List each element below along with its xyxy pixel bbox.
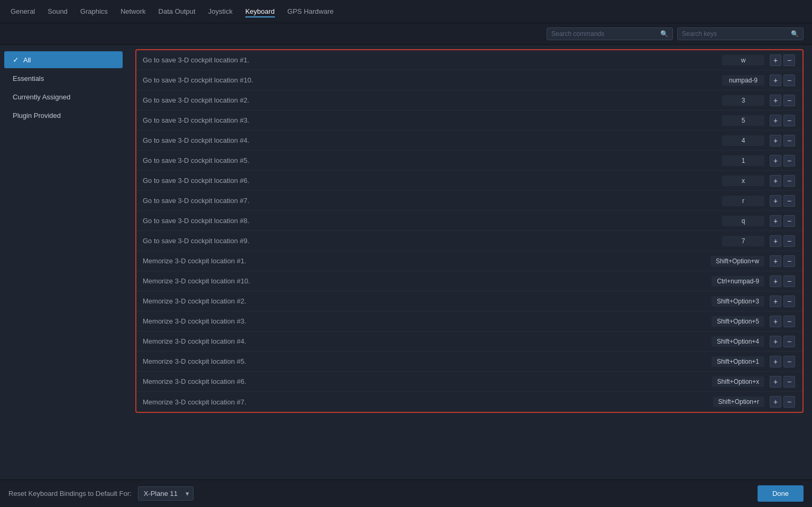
command-label: Go to save 3-D cockpit location #8. [143, 217, 722, 225]
command-label: Go to save 3-D cockpit location #6. [143, 177, 722, 185]
done-button[interactable]: Done [758, 485, 804, 502]
command-label: Memorize 3-D cockpit location #10. [143, 277, 712, 285]
remove-binding-button[interactable]: − [783, 356, 795, 367]
command-label: Memorize 3-D cockpit location #4. [143, 337, 712, 345]
add-binding-button[interactable]: + [770, 275, 781, 287]
remove-binding-button[interactable]: − [783, 255, 795, 267]
sidebar-item-label: Plugin Provided [13, 112, 61, 119]
add-binding-button[interactable]: + [770, 75, 781, 86]
add-binding-button[interactable]: + [770, 396, 781, 408]
add-binding-button[interactable]: + [770, 95, 781, 106]
nav-item-keyboard[interactable]: Keyboard [245, 5, 275, 17]
sidebar-item-currently-assigned[interactable]: Currently Assigned [4, 89, 123, 105]
table-row: Go to save 3-D cockpit location #3.5+− [136, 110, 802, 131]
table-row: Memorize 3-D cockpit location #7.Shift+O… [136, 392, 802, 412]
add-binding-button[interactable]: + [770, 316, 781, 327]
key-binding: Shift+Option+r [713, 397, 764, 407]
sidebar: ✓AllEssentialsCurrently AssignedPlugin P… [0, 45, 127, 480]
table-row: Memorize 3-D cockpit location #2.Shift+O… [136, 291, 802, 311]
command-label: Go to save 3-D cockpit location #10. [143, 76, 722, 84]
remove-binding-button[interactable]: − [783, 336, 795, 347]
command-label: Go to save 3-D cockpit location #9. [143, 237, 722, 245]
sidebar-item-label: All [23, 56, 31, 64]
remove-binding-button[interactable]: − [783, 215, 795, 227]
nav-item-sound[interactable]: Sound [48, 5, 68, 17]
search-keys-wrap: 🔍 [677, 27, 804, 40]
add-binding-button[interactable]: + [770, 356, 781, 367]
content-area[interactable]: Go to save 3-D cockpit location #1.w+−Go… [127, 45, 812, 480]
nav-item-network[interactable]: Network [121, 5, 146, 17]
nav-item-joystick[interactable]: Joystick [208, 5, 233, 17]
add-binding-button[interactable]: + [770, 255, 781, 267]
key-binding: 4 [722, 135, 764, 146]
command-label: Go to save 3-D cockpit location #1. [143, 56, 722, 64]
key-binding: Shift+Option+x [712, 376, 764, 387]
key-binding: Shift+Option+4 [712, 336, 764, 347]
add-binding-button[interactable]: + [770, 215, 781, 227]
bottom-bar: Reset Keyboard Bindings to Default For: … [0, 480, 812, 507]
add-binding-button[interactable]: + [770, 155, 781, 167]
key-binding: r [722, 196, 764, 206]
add-binding-button[interactable]: + [770, 336, 781, 347]
remove-binding-button[interactable]: − [783, 235, 795, 247]
key-binding: q [722, 216, 764, 226]
add-binding-button[interactable]: + [770, 296, 781, 307]
remove-binding-button[interactable]: − [783, 95, 795, 106]
main-area: ✓AllEssentialsCurrently AssignedPlugin P… [0, 45, 812, 480]
table-row: Go to save 3-D cockpit location #4.4+− [136, 131, 802, 151]
remove-binding-button[interactable]: − [783, 54, 795, 66]
table-row: Memorize 3-D cockpit location #1.Shift+O… [136, 251, 802, 271]
remove-binding-button[interactable]: − [783, 376, 795, 388]
command-label: Memorize 3-D cockpit location #6. [143, 377, 712, 385]
search-keys-icon: 🔍 [791, 30, 799, 38]
remove-binding-button[interactable]: − [783, 75, 795, 86]
remove-binding-button[interactable]: − [783, 195, 795, 207]
command-label: Memorize 3-D cockpit location #1. [143, 257, 710, 265]
nav-item-data-output[interactable]: Data Output [159, 5, 196, 17]
search-keys-input[interactable] [682, 30, 788, 38]
remove-binding-button[interactable]: − [783, 155, 795, 167]
add-binding-button[interactable]: + [770, 175, 781, 187]
remove-binding-button[interactable]: − [783, 175, 795, 187]
search-bar-row: 🔍 🔍 [0, 23, 812, 45]
key-binding: 7 [722, 236, 764, 246]
table-row: Go to save 3-D cockpit location #9.7+− [136, 231, 802, 251]
sidebar-item-essentials[interactable]: Essentials [4, 70, 123, 87]
keybind-table-wrapper: Go to save 3-D cockpit location #1.w+−Go… [135, 49, 804, 413]
remove-binding-button[interactable]: − [783, 275, 795, 287]
remove-binding-button[interactable]: − [783, 135, 795, 146]
table-row: Go to save 3-D cockpit location #1.w+− [136, 50, 802, 70]
add-binding-button[interactable]: + [770, 235, 781, 247]
add-binding-button[interactable]: + [770, 376, 781, 388]
table-row: Go to save 3-D cockpit location #5.1+− [136, 151, 802, 171]
add-binding-button[interactable]: + [770, 195, 781, 207]
command-label: Memorize 3-D cockpit location #3. [143, 317, 712, 325]
key-binding: w [722, 55, 764, 66]
table-row: Go to save 3-D cockpit location #6.x+− [136, 171, 802, 191]
version-select[interactable]: X-Plane 11 [138, 486, 193, 501]
nav-item-general[interactable]: General [11, 5, 35, 17]
remove-binding-button[interactable]: − [783, 296, 795, 307]
sidebar-item-plugin-provided[interactable]: Plugin Provided [4, 107, 123, 124]
nav-item-graphics[interactable]: Graphics [80, 5, 108, 17]
sidebar-item-all[interactable]: ✓All [4, 51, 123, 68]
add-binding-button[interactable]: + [770, 135, 781, 146]
add-binding-button[interactable]: + [770, 54, 781, 66]
reset-label: Reset Keyboard Bindings to Default For: [8, 490, 132, 497]
key-binding: x [722, 176, 764, 186]
remove-binding-button[interactable]: − [783, 396, 795, 408]
table-row: Memorize 3-D cockpit location #4.Shift+O… [136, 331, 802, 352]
key-binding: Shift+Option+w [710, 256, 764, 266]
nav-item-gps-hardware[interactable]: GPS Hardware [288, 5, 334, 17]
command-label: Go to save 3-D cockpit location #3. [143, 116, 722, 124]
table-row: Memorize 3-D cockpit location #5.Shift+O… [136, 352, 802, 372]
command-label: Go to save 3-D cockpit location #4. [143, 136, 722, 144]
key-binding: 5 [722, 115, 764, 126]
command-label: Memorize 3-D cockpit location #7. [143, 398, 713, 406]
key-binding: numpad-9 [722, 75, 764, 86]
remove-binding-button[interactable]: − [783, 316, 795, 327]
top-navigation: GeneralSoundGraphicsNetworkData OutputJo… [0, 0, 812, 23]
add-binding-button[interactable]: + [770, 115, 781, 126]
search-commands-input[interactable] [551, 30, 657, 38]
remove-binding-button[interactable]: − [783, 115, 795, 126]
